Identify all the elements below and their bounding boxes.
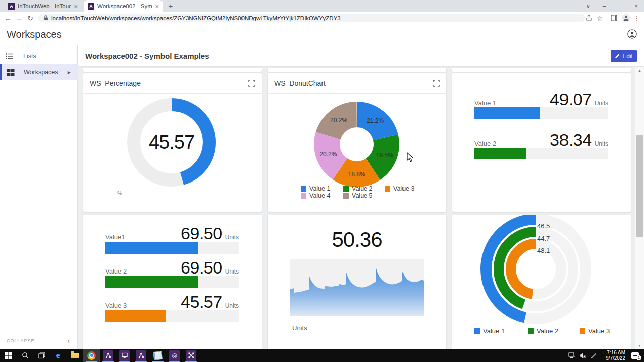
legend-label: Value 4 [309, 192, 330, 199]
lock-icon [43, 15, 48, 21]
app-swirl-icon[interactable]: ◎ [166, 349, 183, 362]
bookmark-star-icon[interactable]: ☆ [595, 13, 605, 23]
page-scrollbar[interactable]: ▲ ▼ [635, 67, 644, 349]
taskbar-search-button[interactable] [17, 349, 33, 362]
app-header: Workspaces [0, 24, 644, 46]
bar-value: 69.50 [181, 258, 222, 278]
legend-label: Value 3 [588, 327, 610, 335]
sparkline-chart [290, 259, 424, 316]
tab-close-icon[interactable]: × [74, 3, 78, 10]
browser-menu-kebab-icon[interactable]: ⋮ [632, 13, 642, 23]
scroll-up-icon[interactable]: ▲ [635, 67, 644, 74]
legend-item: Value 1 [474, 327, 505, 335]
task-view-button[interactable] [33, 349, 50, 362]
bar-fill [105, 242, 198, 254]
radial-value-label: 48.1 [537, 247, 550, 254]
scrollbar-thumb[interactable] [636, 135, 643, 237]
new-tab-button[interactable]: + [167, 2, 175, 10]
side-panel-icon[interactable] [609, 13, 619, 23]
legend-swatch [301, 193, 306, 199]
app-nodes2-icon[interactable] [133, 349, 149, 362]
edit-button-label: Edit [622, 53, 633, 60]
workspace-canvas: WS_Percentage 45.57 % WS_DonutChart 21.2… [78, 67, 635, 349]
widget-bars-top: Value 1 49.07 Units Value 2 38.34 Units [452, 73, 631, 212]
tab-close-icon[interactable]: × [155, 3, 159, 10]
bar-fill [474, 107, 540, 119]
profile-avatar[interactable] [621, 13, 631, 23]
pen-icon[interactable] [588, 349, 599, 362]
volume-muted-icon[interactable] [577, 349, 588, 362]
browser-tab-2-active[interactable]: A Workspace002 - Symbol Exampl × [84, 0, 163, 12]
browser-tab-strip: A InTouchWeb - InTouch Introducti × A Wo… [0, 0, 644, 12]
internet-explorer-icon[interactable]: e [50, 349, 66, 362]
window-maximize-button[interactable] [613, 0, 628, 12]
bar-track [105, 242, 239, 254]
legend-swatch [343, 186, 349, 192]
legend-label: Value 3 [393, 185, 414, 192]
tab-title: Workspace002 - Symbol Exampl [97, 3, 152, 9]
forward-button[interactable]: → [14, 13, 24, 23]
donut-percent-label: 20.2% [319, 151, 337, 158]
expand-arrow-icon[interactable]: ▶ [68, 70, 71, 75]
bar-row: Value1 69.50 Units [105, 224, 239, 243]
donut-percent-label: 19.5% [376, 152, 393, 159]
scroll-down-icon[interactable]: ▼ [635, 342, 644, 349]
sidebar-item-label: Lists [23, 53, 78, 60]
app-notepad-icon[interactable] [149, 349, 166, 362]
bar-fill [474, 148, 526, 159]
donut-percent-label: 18.8% [348, 171, 365, 178]
radial-value-label: 44.7 [537, 235, 550, 242]
app-monitor-icon[interactable] [116, 349, 133, 362]
tab-search-chevron-icon[interactable]: ∨ [581, 0, 596, 12]
file-explorer-icon[interactable] [66, 349, 83, 362]
card-partial [452, 68, 631, 72]
widget-ws-donutchart: WS_DonutChart 21.2%19.5%18.8%20.2%20.2% … [268, 73, 446, 212]
app-nodes-icon[interactable] [100, 349, 116, 362]
browser-tab-1[interactable]: A InTouchWeb - InTouch Introducti × [4, 0, 82, 12]
address-bar[interactable]: localhost/InTouchWeb/workspaces/workspac… [38, 14, 585, 22]
widget-radial-gauge: 46.544.748.1 Value 1 Value 2 Value 3 [452, 215, 631, 349]
app-xcross-icon[interactable] [183, 349, 199, 362]
legend-swatch [385, 186, 390, 192]
radial-value-label: 46.5 [537, 222, 550, 230]
collapse-label: COLLAPSE [7, 338, 67, 343]
legend-swatch [474, 328, 480, 334]
network-icon[interactable] [566, 349, 577, 362]
reload-button[interactable]: ↻ [25, 13, 35, 23]
page-title: Workspaces [7, 29, 62, 40]
sidebar-item-lists[interactable]: Lists [0, 48, 78, 64]
workspace-title: Workspace002 - Symbol Examples [85, 52, 209, 60]
legend-label: Value 1 [309, 185, 330, 192]
tab-favicon: A [88, 3, 94, 10]
url-text: localhost/InTouchWeb/workspaces/workspac… [51, 15, 341, 21]
bar-label: Value1 [105, 233, 181, 241]
account-icon[interactable] [627, 29, 637, 41]
legend-item: Value 2 [343, 185, 372, 192]
sparkline-unit: Units [292, 324, 307, 332]
bar-row: Value 1 49.07 Units [474, 89, 608, 109]
sidebar-item-label: Workspaces [24, 69, 68, 76]
legend-item: Value 3 [580, 327, 610, 335]
bar-label: Value 3 [105, 302, 181, 309]
bar-row: Value 2 38.34 Units [474, 130, 608, 150]
pencil-icon [615, 54, 620, 59]
back-button[interactable]: ← [3, 13, 13, 23]
taskbar-clock[interactable]: 7:16 AM 9/7/2022 [599, 350, 628, 361]
bar-track [474, 148, 608, 159]
edit-button[interactable]: Edit [611, 50, 637, 62]
notification-center-icon[interactable]: 1 [631, 352, 639, 359]
sidebar-collapse[interactable]: COLLAPSE ‹ [0, 333, 78, 349]
workspace-subheader: Workspace002 - Symbol Examples Edit [78, 45, 644, 67]
window-minimize-button[interactable]: – [597, 0, 612, 12]
start-button[interactable] [0, 349, 17, 362]
widget-ws-percentage: WS_Percentage 45.57 % [83, 73, 262, 212]
share-icon[interactable] [584, 13, 594, 23]
bar-unit: Units [225, 268, 239, 275]
sidebar-item-workspaces[interactable]: Workspaces ▶ [0, 64, 78, 80]
legend-label: Value 2 [352, 185, 372, 192]
chrome-icon[interactable] [83, 349, 100, 362]
maximize-icon [618, 4, 623, 9]
tab-title: InTouchWeb - InTouch Introducti [18, 3, 71, 9]
donut-percent-label: 21.2% [367, 117, 384, 124]
window-close-button[interactable]: × [629, 0, 644, 12]
